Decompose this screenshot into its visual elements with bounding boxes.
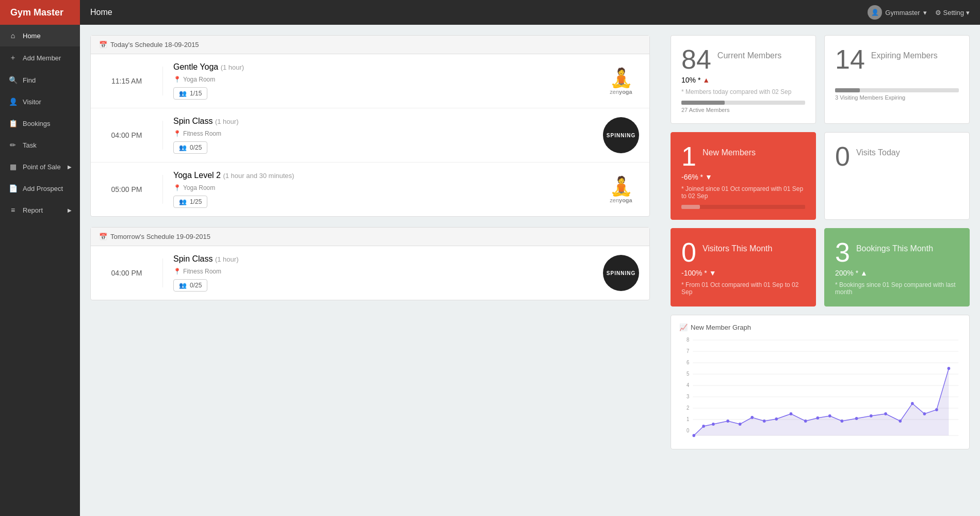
today-schedule-card: 📅 Today's Schedule 18-09-2015 11:15 AM G… <box>90 35 650 217</box>
sidebar-item-report[interactable]: ≡ Report ▶ <box>0 199 80 221</box>
expiring-members-card: 14 Expiring Members 3 Visiting Members E… <box>824 35 970 124</box>
visits-today-number: 0 <box>835 143 850 170</box>
settings-label: Setting <box>943 9 964 17</box>
location-text: Yoga Room <box>183 76 215 83</box>
sidebar-item-home[interactable]: ⌂ Home <box>0 25 80 46</box>
search-icon: 🔍 <box>8 76 18 84</box>
stat-top: 14 Expiring Members <box>835 46 959 73</box>
class-info: Spin Class (1 hour) 📍 Fitness Room 👥 0/2… <box>163 108 593 162</box>
capacity-badge: 👥 0/25 <box>173 279 207 292</box>
capacity-text: 1/15 <box>190 90 202 97</box>
svg-text:4: 4 <box>687 382 690 388</box>
visitors-month-label: Visitors This Month <box>703 244 772 253</box>
sidebar-item-find[interactable]: 🔍 Find <box>0 69 80 91</box>
graph-point <box>841 420 844 423</box>
sidebar-item-label: Report <box>23 206 43 214</box>
class-location: 📍 Fitness Room <box>173 130 582 137</box>
prospect-icon: 📄 <box>8 184 18 192</box>
expiring-members-progress-bar <box>835 88 860 92</box>
graph-point <box>816 416 819 420</box>
graph-header: 📈 New Member Graph <box>679 324 961 331</box>
yoga-figure-icon: 🧘 <box>610 175 633 197</box>
class-logo-spin: SPINNING <box>593 112 649 158</box>
class-name: Gentle Yoga (1 hour) <box>173 62 582 72</box>
bookings-month-label: Bookings This Month <box>856 244 933 253</box>
settings-menu[interactable]: ⚙ Setting ▾ <box>935 9 970 17</box>
table-row: 04:00 PM Spin Class (1 hour) 📍 Fitness R… <box>91 108 649 163</box>
new-members-progress-bar <box>681 205 700 209</box>
class-time: 11:15 AM <box>91 67 163 95</box>
time-label: 05:00 PM <box>111 185 142 194</box>
page-title: Home <box>80 8 868 17</box>
class-name-text: Spin Class <box>173 254 213 263</box>
current-members-sub: * Members today compared with 02 Sep <box>681 88 805 95</box>
user-menu[interactable]: 👤 Gymmaster ▾ <box>868 5 926 20</box>
time-label: 04:00 PM <box>111 269 142 277</box>
people-icon: 👥 <box>179 282 187 289</box>
visits-today-card: 0 Visits Today <box>824 132 970 220</box>
visits-today-label: Visits Today <box>856 148 900 157</box>
right-panel: 84 Current Members 10% * ▲ * Members tod… <box>660 25 980 516</box>
visitors-month-number: 0 <box>681 239 696 266</box>
class-duration: (1 hour) <box>221 63 244 71</box>
expiring-members-sub: 3 Visiting Members Expiring <box>835 94 959 101</box>
graph-point <box>828 414 831 417</box>
percent-text: 200% * <box>835 269 860 277</box>
expiring-members-progress-container <box>835 88 959 92</box>
graph-point <box>739 423 742 426</box>
class-duration: (1 hour) <box>215 118 239 125</box>
pos-icon: ▦ <box>8 163 18 171</box>
sidebar-item-add-prospect[interactable]: 📄 Add Prospect <box>0 178 80 199</box>
sidebar-item-label: Add Prospect <box>23 185 63 192</box>
new-members-percent: -66% * ▼ <box>681 173 805 181</box>
main-content: 📅 Today's Schedule 18-09-2015 11:15 AM G… <box>80 25 660 516</box>
sidebar-item-visitor[interactable]: 👤 Visitor <box>0 91 80 112</box>
table-row: 11:15 AM Gentle Yoga (1 hour) 📍 Yoga Roo… <box>91 54 649 108</box>
sidebar-item-label: Home <box>23 32 41 40</box>
svg-text:1: 1 <box>687 416 689 422</box>
sidebar-item-task[interactable]: ✏ Task <box>0 134 80 156</box>
sidebar-item-bookings[interactable]: 📋 Bookings <box>0 112 80 134</box>
sidebar-item-label: Point of Sale <box>23 163 61 171</box>
class-logo-spin-tomorrow: SPINNING <box>593 250 649 296</box>
zen-yoga-logo: 🧘 zenyoga <box>610 175 633 203</box>
gear-icon: ⚙ <box>935 9 941 17</box>
stat-top: 0 Visitors This Month <box>681 239 805 266</box>
app-brand: Gym Master <box>0 0 80 25</box>
current-members-percent: 10% * ▲ <box>681 76 805 84</box>
zen-yoga-logo: 🧘 zenyoga <box>610 67 633 95</box>
class-info: Gentle Yoga (1 hour) 📍 Yoga Room 👥 1/15 <box>163 54 593 108</box>
new-member-graph-card: 📈 New Member Graph 8 7 6 5 4 3 2 1 0 <box>671 315 970 449</box>
current-members-progress-label: 27 Active Members <box>681 107 805 113</box>
location-text: Fitness Room <box>183 130 221 137</box>
graph-point <box>923 412 926 415</box>
bookings-icon: 📋 <box>8 119 18 127</box>
class-name-text: Spin Class <box>173 117 213 125</box>
sidebar-item-point-of-sale[interactable]: ▦ Point of Sale ▶ <box>0 156 80 178</box>
svg-text:3: 3 <box>687 394 689 399</box>
stat-top: 1 New Members <box>681 143 805 170</box>
today-schedule-header: 📅 Today's Schedule 18-09-2015 <box>91 36 649 54</box>
class-info: Yoga Level 2 (1 hour and 30 minutes) 📍 Y… <box>163 163 593 216</box>
graph-point <box>763 420 766 423</box>
capacity-badge: 👥 1/25 <box>173 196 207 208</box>
svg-text:6: 6 <box>687 360 689 365</box>
home-icon: ⌂ <box>8 31 18 40</box>
new-members-label: New Members <box>703 148 756 157</box>
class-location: 📍 Yoga Room <box>173 76 582 83</box>
capacity-badge: 👥 1/15 <box>173 87 207 100</box>
svg-text:8: 8 <box>687 337 689 343</box>
report-icon: ≡ <box>8 206 18 214</box>
new-members-progress-container <box>681 205 805 209</box>
bookings-month-card: 3 Bookings This Month 200% * ▲ * Booking… <box>824 228 970 307</box>
sidebar-item-add-member[interactable]: ＋ Add Member <box>0 46 80 69</box>
graph-area-fill <box>694 368 949 436</box>
graph-point <box>702 425 705 428</box>
table-row: 04:00 PM Spin Class (1 hour) 📍 Fitness R… <box>91 246 649 300</box>
current-members-card: 84 Current Members 10% * ▲ * Members tod… <box>671 35 816 124</box>
stat-top: 84 Current Members <box>681 46 805 73</box>
stat-top: 0 Visits Today <box>835 143 959 170</box>
graph-svg: 8 7 6 5 4 3 2 1 0 <box>679 337 961 441</box>
capacity-text: 0/25 <box>190 282 202 289</box>
location-pin-icon: 📍 <box>173 184 181 191</box>
